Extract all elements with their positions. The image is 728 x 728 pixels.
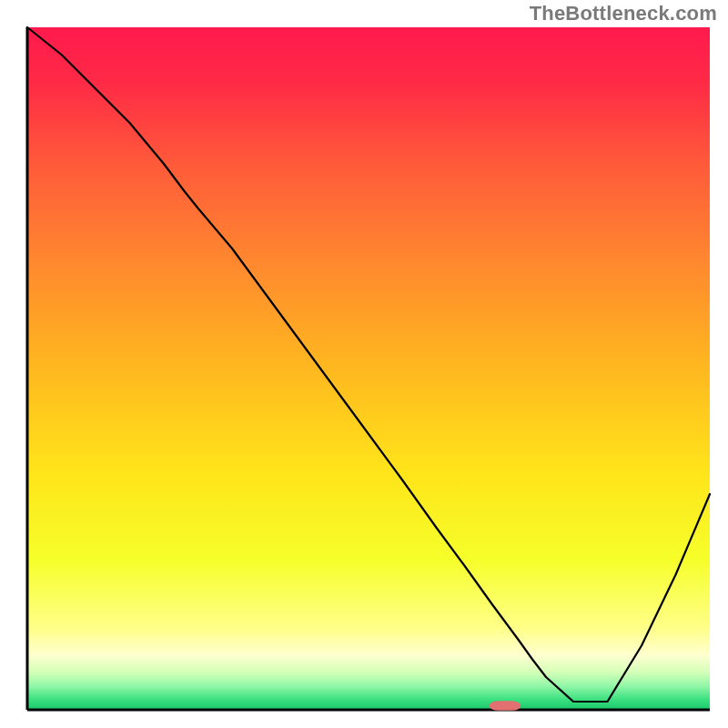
watermark-text: TheBottleneck.com — [530, 2, 717, 25]
optimal-marker — [490, 701, 521, 711]
bottleneck-chart — [0, 0, 728, 728]
plot-background — [27, 27, 710, 710]
